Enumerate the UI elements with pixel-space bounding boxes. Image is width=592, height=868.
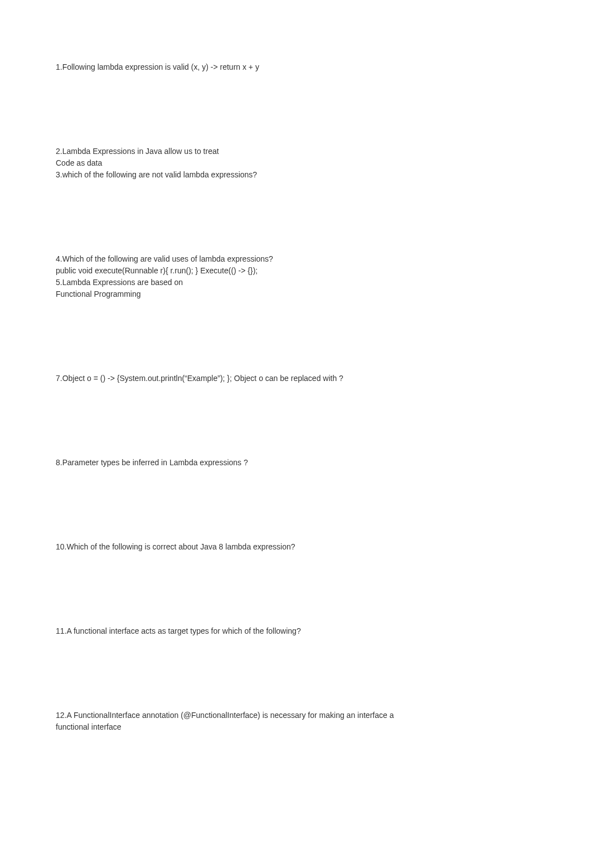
spacer: [56, 384, 536, 457]
question-text: 4.Which of the following are valid uses …: [56, 253, 536, 265]
question-text: 2.Lambda Expressions in Java allow us to…: [56, 146, 536, 157]
question-11: 11.A functional interface acts as target…: [56, 625, 536, 637]
question-text: 7.Object o = () -> {System.out.println(“…: [56, 373, 536, 384]
question-text: 3.which of the following are not valid l…: [56, 169, 536, 181]
question-10: 10.Which of the following is correct abo…: [56, 541, 536, 553]
question-2: 2.Lambda Expressions in Java allow us to…: [56, 146, 536, 169]
answer-text: public void execute(Runnable r){ r.run()…: [56, 265, 536, 277]
question-1: 1.Following lambda expression is valid (…: [56, 61, 536, 73]
question-text: 8.Parameter types be inferred in Lambda …: [56, 457, 536, 469]
question-text: 11.A functional interface acts as target…: [56, 625, 536, 637]
question-4: 4.Which of the following are valid uses …: [56, 253, 536, 277]
question-3: 3.which of the following are not valid l…: [56, 169, 536, 181]
question-12: 12.A FunctionalInterface annotation (@Fu…: [56, 710, 536, 733]
spacer: [56, 73, 536, 146]
spacer: [56, 181, 536, 253]
question-5: 5.Lambda Expressions are based on Functi…: [56, 277, 536, 300]
spacer: [56, 469, 536, 541]
question-text: 12.A FunctionalInterface annotation (@Fu…: [56, 710, 536, 721]
question-text: 5.Lambda Expressions are based on: [56, 277, 536, 288]
spacer: [56, 553, 536, 625]
answer-text: Code as data: [56, 157, 536, 169]
document-content: 1.Following lambda expression is valid (…: [0, 0, 592, 755]
question-text: 1.Following lambda expression is valid (…: [56, 61, 536, 73]
spacer: [56, 300, 536, 373]
answer-text: Functional Programming: [56, 288, 536, 300]
spacer: [56, 637, 536, 710]
question-8: 8.Parameter types be inferred in Lambda …: [56, 457, 536, 469]
question-text: 10.Which of the following is correct abo…: [56, 541, 536, 553]
question-7: 7.Object o = () -> {System.out.println(“…: [56, 373, 536, 384]
question-text-continued: functional interface: [56, 721, 536, 733]
